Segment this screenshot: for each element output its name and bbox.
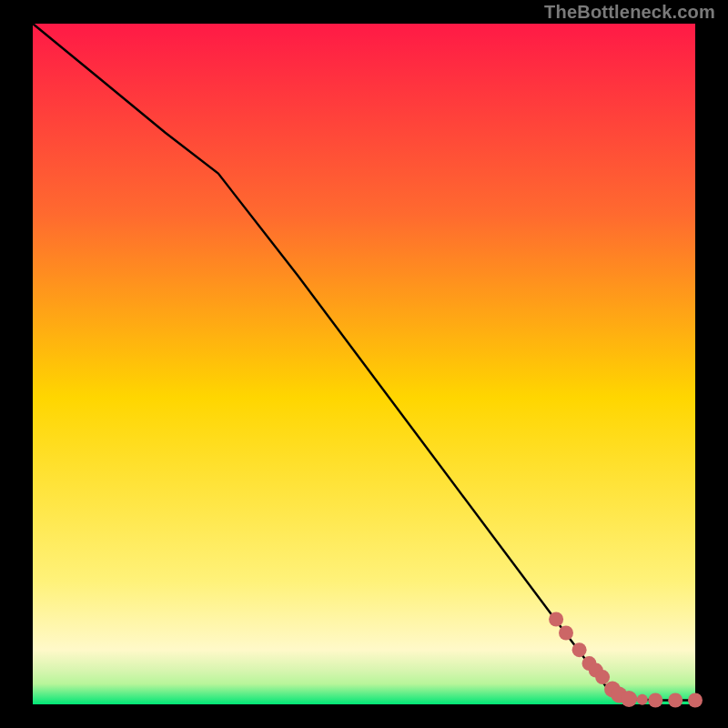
chart-container: TheBottleneck.com <box>0 0 728 728</box>
marker-point <box>549 612 563 627</box>
marker-point <box>621 691 637 707</box>
marker-point <box>559 626 573 641</box>
marker-point <box>572 642 587 657</box>
chart-svg <box>0 0 728 728</box>
attribution-label: TheBottleneck.com <box>544 2 715 23</box>
marker-point <box>668 693 682 708</box>
marker-point <box>688 693 703 708</box>
marker-point <box>648 693 662 708</box>
marker-point <box>637 694 648 705</box>
marker-point <box>595 670 610 684</box>
